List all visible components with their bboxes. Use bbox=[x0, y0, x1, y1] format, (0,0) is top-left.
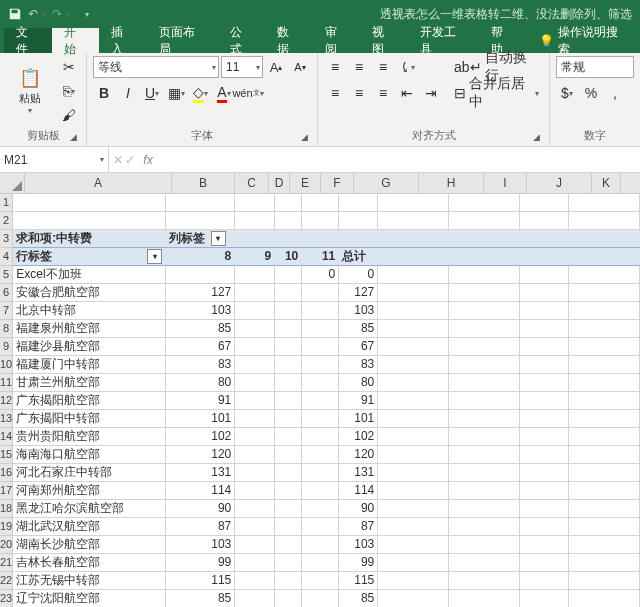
cell[interactable]: 67 bbox=[339, 338, 378, 355]
cell[interactable] bbox=[449, 464, 520, 481]
row-header-9[interactable]: 9 bbox=[0, 338, 12, 356]
row-header-1[interactable]: 1 bbox=[0, 194, 12, 212]
row-header-13[interactable]: 13 bbox=[0, 410, 12, 428]
cell[interactable] bbox=[449, 194, 520, 211]
cell[interactable] bbox=[378, 554, 449, 571]
cell[interactable]: 海南海口航空部 bbox=[13, 446, 166, 463]
align-left-button[interactable]: ≡ bbox=[324, 82, 346, 104]
cell[interactable]: 甘肃兰州航空部 bbox=[13, 374, 166, 391]
row-header-2[interactable]: 2 bbox=[0, 212, 12, 230]
cell[interactable]: 福建沙县航空部 bbox=[13, 338, 166, 355]
cell[interactable] bbox=[302, 338, 339, 355]
cell[interactable] bbox=[378, 518, 449, 535]
cell[interactable] bbox=[275, 284, 302, 301]
cell[interactable]: 103 bbox=[339, 536, 378, 553]
cell[interactable] bbox=[302, 194, 339, 211]
col-header-C[interactable]: C bbox=[235, 173, 269, 193]
cell[interactable] bbox=[449, 536, 520, 553]
cell[interactable] bbox=[302, 554, 339, 571]
redo-icon[interactable]: ↷▾ bbox=[52, 3, 74, 25]
cell[interactable] bbox=[569, 302, 640, 319]
cell[interactable] bbox=[13, 194, 166, 211]
align-center-button[interactable]: ≡ bbox=[348, 82, 370, 104]
dialog-launcher-icon[interactable]: ◢ bbox=[66, 130, 80, 144]
cell[interactable] bbox=[378, 320, 449, 337]
comma-format-button[interactable]: , bbox=[604, 82, 626, 104]
cell[interactable] bbox=[275, 446, 302, 463]
cell[interactable]: 85 bbox=[339, 320, 378, 337]
cell[interactable]: 8 bbox=[166, 248, 235, 265]
dialog-launcher-icon[interactable]: ◢ bbox=[529, 130, 543, 144]
fx-icon[interactable]: fx bbox=[139, 153, 157, 167]
cell[interactable]: 0 bbox=[302, 266, 339, 283]
cell[interactable] bbox=[520, 302, 569, 319]
cell[interactable] bbox=[449, 572, 520, 589]
col-header-G[interactable]: G bbox=[354, 173, 419, 193]
cell[interactable] bbox=[302, 284, 339, 301]
italic-button[interactable]: I bbox=[117, 82, 139, 104]
cell[interactable] bbox=[275, 338, 302, 355]
cell[interactable] bbox=[569, 410, 640, 427]
cell[interactable] bbox=[378, 374, 449, 391]
cell[interactable]: 湖北武汉航空部 bbox=[13, 518, 166, 535]
row-header-10[interactable]: 10 bbox=[0, 356, 12, 374]
cell[interactable] bbox=[339, 194, 378, 211]
undo-icon[interactable]: ↶▾ bbox=[28, 3, 50, 25]
cell[interactable] bbox=[378, 212, 449, 229]
cell[interactable]: 吉林长春航空部 bbox=[13, 554, 166, 571]
col-header-F[interactable]: F bbox=[321, 173, 354, 193]
cell[interactable] bbox=[449, 320, 520, 337]
cell[interactable]: 83 bbox=[339, 356, 378, 373]
cell[interactable] bbox=[378, 248, 449, 265]
cell[interactable] bbox=[520, 392, 569, 409]
cell[interactable] bbox=[235, 194, 275, 211]
cell[interactable]: 福建厦门中转部 bbox=[13, 356, 166, 373]
cell[interactable]: 90 bbox=[166, 500, 235, 517]
cell[interactable] bbox=[235, 482, 275, 499]
cell[interactable] bbox=[235, 500, 275, 517]
cell[interactable] bbox=[569, 284, 640, 301]
cell[interactable]: 安徽合肥航空部 bbox=[13, 284, 166, 301]
cell[interactable] bbox=[339, 230, 378, 247]
cell[interactable]: 85 bbox=[166, 590, 235, 607]
tab-view[interactable]: 视图 bbox=[360, 28, 408, 53]
tab-data[interactable]: 数据 bbox=[265, 28, 313, 53]
cell[interactable] bbox=[520, 590, 569, 607]
tab-insert[interactable]: 插入 bbox=[99, 28, 147, 53]
cell[interactable]: 河南郑州航空部 bbox=[13, 482, 166, 499]
cell[interactable] bbox=[520, 518, 569, 535]
row-header-17[interactable]: 17 bbox=[0, 482, 12, 500]
cell[interactable] bbox=[569, 446, 640, 463]
cell[interactable]: 87 bbox=[339, 518, 378, 535]
cell[interactable] bbox=[275, 500, 302, 517]
fill-color-button[interactable]: ◇▾ bbox=[189, 82, 211, 104]
cell[interactable]: 99 bbox=[166, 554, 235, 571]
cell[interactable] bbox=[302, 410, 339, 427]
cell[interactable]: 10 bbox=[275, 248, 302, 265]
cell[interactable] bbox=[275, 212, 302, 229]
cell[interactable] bbox=[520, 194, 569, 211]
col-header-E[interactable]: E bbox=[290, 173, 321, 193]
cell[interactable] bbox=[520, 572, 569, 589]
cell[interactable]: 67 bbox=[166, 338, 235, 355]
cell[interactable] bbox=[520, 464, 569, 481]
tab-developer[interactable]: 开发工具 bbox=[408, 28, 479, 53]
row-header-22[interactable]: 22 bbox=[0, 572, 12, 590]
cell[interactable] bbox=[449, 338, 520, 355]
cell[interactable]: 103 bbox=[166, 536, 235, 553]
cell[interactable] bbox=[378, 194, 449, 211]
cell[interactable] bbox=[302, 590, 339, 607]
cell[interactable] bbox=[235, 356, 275, 373]
cell[interactable] bbox=[520, 428, 569, 445]
cell[interactable] bbox=[569, 374, 640, 391]
cell[interactable] bbox=[302, 518, 339, 535]
underline-button[interactable]: U▾ bbox=[141, 82, 163, 104]
cell[interactable] bbox=[275, 302, 302, 319]
row-header-4[interactable]: 4 bbox=[0, 248, 12, 266]
font-size-select[interactable]: 11▾ bbox=[221, 56, 263, 78]
dialog-launcher-icon[interactable]: ◢ bbox=[297, 130, 311, 144]
cell[interactable]: 102 bbox=[166, 428, 235, 445]
cell[interactable] bbox=[235, 410, 275, 427]
cell[interactable] bbox=[166, 194, 235, 211]
cell[interactable]: 131 bbox=[166, 464, 235, 481]
